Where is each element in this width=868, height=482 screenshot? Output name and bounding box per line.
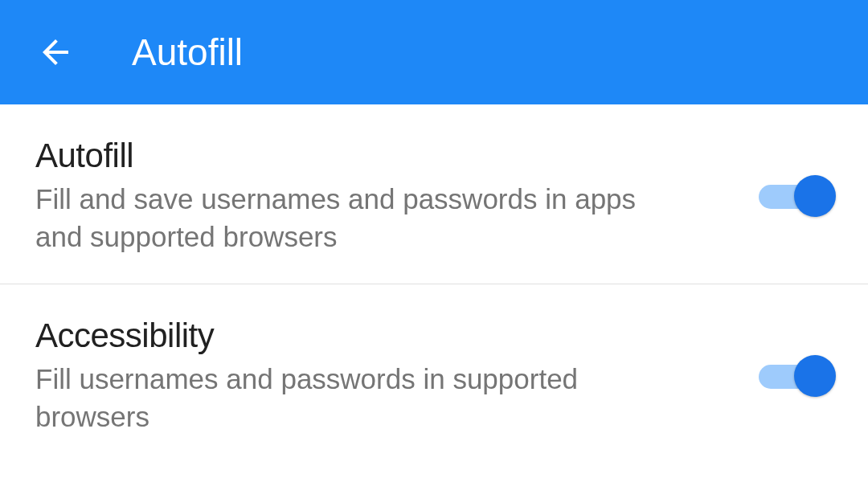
setting-row-accessibility[interactable]: Accessibility Fill usernames and passwor… xyxy=(0,284,868,464)
setting-description: Fill and save usernames and passwords in… xyxy=(35,180,646,256)
accessibility-toggle[interactable] xyxy=(759,355,829,397)
back-button[interactable] xyxy=(35,32,76,72)
toggle-thumb xyxy=(794,355,836,397)
setting-text: Autofill Fill and save usernames and pas… xyxy=(35,137,678,256)
setting-title: Autofill xyxy=(35,137,646,175)
setting-description: Fill usernames and passwords in supporte… xyxy=(35,360,646,436)
page-title: Autofill xyxy=(132,31,243,74)
app-bar: Autofill xyxy=(0,0,868,104)
setting-text: Accessibility Fill usernames and passwor… xyxy=(35,317,678,436)
setting-title: Accessibility xyxy=(35,317,646,355)
setting-row-autofill[interactable]: Autofill Fill and save usernames and pas… xyxy=(0,104,868,284)
autofill-toggle[interactable] xyxy=(759,175,829,217)
arrow-back-icon xyxy=(36,33,75,71)
toggle-thumb xyxy=(794,175,836,217)
settings-list: Autofill Fill and save usernames and pas… xyxy=(0,104,868,463)
